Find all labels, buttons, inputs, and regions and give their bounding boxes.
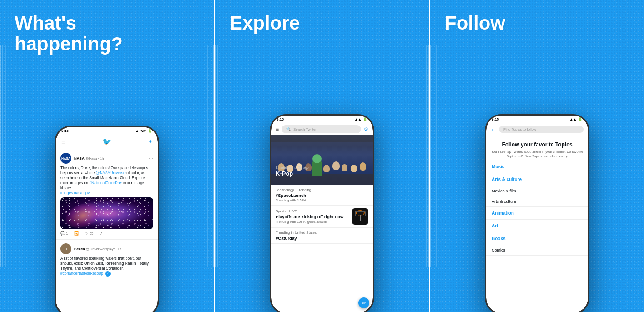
back-arrow-icon[interactable]: ← xyxy=(491,126,496,133)
glitch-left-3 xyxy=(430,45,444,267)
tweet-becca-meta: Becca @CleverWordplayr · 1h xyxy=(74,247,146,251)
panel-heading-explore: Explore xyxy=(230,13,300,34)
like-count: 55 xyxy=(89,231,93,236)
trending-cat-1: Technology · Trending xyxy=(276,188,368,192)
follow-search-input[interactable]: Find Topics to follow xyxy=(499,126,584,133)
status-bar-2: 9:15 ▲▲ 🔋 xyxy=(271,116,373,123)
trending-tag-3: #Caturday xyxy=(276,236,368,241)
pen-icon: ✏ xyxy=(362,300,366,306)
topic-animation[interactable]: Animation xyxy=(486,207,588,220)
twitter-header-1: ≡ 🐦 ✦ xyxy=(56,135,158,149)
topic-animation-label: Animation xyxy=(492,211,583,216)
nasa-tweet-actions: 💬 1 🔁 ♡ 55 ↗ xyxy=(60,231,153,236)
phone-screen-1: 9:15 ▲ wifi 🔋 ≡ 🐦 ✦ NASA NASA xyxy=(56,127,158,312)
topic-art[interactable]: Art xyxy=(486,220,588,232)
status-icons-1: ▲ wifi 🔋 xyxy=(136,129,152,133)
status-icons-3: ▲▲ 🔋 xyxy=(569,117,583,121)
hamburger-icon[interactable]: ≡ xyxy=(61,138,65,146)
status-icons-2: ▲▲ 🔋 xyxy=(354,117,367,121)
explore-header: ≡ 🔍 Search Twitter ⚙ xyxy=(271,123,373,135)
topic-arts-label: Arts & culture xyxy=(492,177,583,182)
reply-count: 1 xyxy=(66,231,68,236)
kpop-banner-label: Entertainment · 5m ago K-Pop xyxy=(276,166,309,177)
follow-search-header: ← Find Topics to follow xyxy=(486,123,588,136)
settings-icon[interactable]: ⚙ xyxy=(364,126,368,132)
reply-icon: 💬 xyxy=(60,231,65,236)
banner-category: Entertainment · 5m ago xyxy=(276,166,309,169)
trending-sub-2: Trending with Los Angeles, Miami xyxy=(276,220,349,224)
topic-arts-culture[interactable]: Arts & culture xyxy=(486,173,588,186)
glitch-left-2 xyxy=(215,45,229,267)
tweet-nasa-header: NASA NASA @Nasa · 1h ⋯ xyxy=(60,153,153,164)
basketball-image xyxy=(352,208,368,225)
nasa-avatar: NASA xyxy=(60,153,71,164)
explore-search-bar[interactable]: 🔍 Search Twitter xyxy=(282,125,361,133)
nasa-handle: @Nasa xyxy=(86,156,97,161)
status-bar-3: 9:15 ▲▲ 🔋 xyxy=(486,116,588,123)
panel-whats-happening: What's happening? 9:15 ▲ wifi 🔋 ≡ 🐦 ✦ xyxy=(0,0,214,312)
search-icon: 🔍 xyxy=(286,127,291,131)
becca-tweet-text: A list of flavored sparkling waters that… xyxy=(60,256,153,277)
phone-mockup-1: 9:15 ▲ wifi 🔋 ≡ 🐦 ✦ NASA NASA xyxy=(55,126,159,312)
tweet-becca: B Becca @CleverWordplayr · 1h ⋯ A list o… xyxy=(56,240,158,282)
trending-item-3[interactable]: Trending in United States #Caturday xyxy=(271,228,373,244)
retweet-action[interactable]: 🔁 xyxy=(74,231,79,236)
compose-fab[interactable]: ✏ xyxy=(358,297,369,308)
share-action[interactable]: ↗ xyxy=(100,231,103,236)
hoop-visual xyxy=(352,208,368,225)
status-bar-1: 9:15 ▲ wifi 🔋 xyxy=(56,127,158,135)
trending-tag-1: #SpaceLaunch xyxy=(276,193,368,198)
status-time-1: 9:15 xyxy=(61,129,69,133)
share-icon: ↗ xyxy=(100,231,103,236)
topic-music[interactable]: Music xyxy=(486,161,588,173)
nasa-link-universe[interactable]: @NASAUniverse xyxy=(96,171,126,175)
trending-item-1[interactable]: Technology · Trending #SpaceLaunch Trend… xyxy=(271,185,373,206)
glitch-right-decoration xyxy=(200,45,214,267)
topic-movies-film[interactable]: Movies & film xyxy=(486,186,588,196)
trending-item-2[interactable]: Sports · LIVE Playoffs are kicking off r… xyxy=(271,206,373,228)
retweet-icon: 🔁 xyxy=(74,231,79,236)
topic-books[interactable]: Books xyxy=(486,232,588,245)
nasa-tweet-text: The colors, Duke, the colors! Our space … xyxy=(60,166,153,196)
topic-comics[interactable]: Comics xyxy=(486,245,588,256)
trending-tag-2: Playoffs are kicking off right now xyxy=(276,214,349,219)
panel-explore: Explore 9:15 ▲▲ 🔋 ≡ 🔍 Search Twitter ⚙ xyxy=(214,0,429,312)
phone-screen-2: 9:15 ▲▲ 🔋 ≡ 🔍 Search Twitter ⚙ xyxy=(271,116,373,312)
search-text: Search Twitter xyxy=(293,127,317,131)
panel-follow: Follow 9:15 ▲▲ 🔋 ← Find Topics to follow… xyxy=(429,0,644,312)
nasa-images-link[interactable]: images.nasa.gov xyxy=(60,191,90,195)
nasa-hashtag-color-day[interactable]: #NationalColorDay xyxy=(89,181,121,185)
topic-art-label: Art xyxy=(492,223,583,228)
nasa-space-image xyxy=(60,197,153,229)
trending-cat-2: Sports · LIVE xyxy=(276,209,349,213)
panel-heading-follow: Follow xyxy=(445,13,505,34)
tweet-nasa: NASA NASA @Nasa · 1h ⋯ The colors, Duke,… xyxy=(56,149,158,240)
like-action[interactable]: ♡ 55 xyxy=(85,231,93,236)
topic-arts-sub[interactable]: Arts & culture xyxy=(486,196,588,207)
signal-icon-3: ▲▲ xyxy=(569,117,577,121)
follow-main-title: Follow your favorite Topics xyxy=(491,141,584,148)
signal-icon: ▲ xyxy=(136,129,139,133)
becca-hashtag[interactable]: #coriandertasteslikesoap xyxy=(60,271,103,276)
heart-icon: ♡ xyxy=(85,231,88,236)
status-time-3: 9:15 xyxy=(492,117,499,121)
kpop-banner[interactable]: Entertainment · 5m ago K-Pop xyxy=(271,135,373,185)
becca-avatar: B xyxy=(60,243,71,254)
becca-tweet-dots[interactable]: ⋯ xyxy=(149,247,153,252)
battery-icon-2: 🔋 xyxy=(363,117,367,121)
crowd-background xyxy=(271,135,373,185)
panel-heading: What's happening? xyxy=(15,13,123,55)
trending-sub-1: Trending with NASA xyxy=(276,198,368,202)
reply-action[interactable]: 💬 1 xyxy=(60,231,68,236)
nebula-shape xyxy=(62,199,104,229)
phone-mockup-3: 9:15 ▲▲ 🔋 ← Find Topics to follow Follow… xyxy=(485,114,589,312)
wifi-icon: wifi xyxy=(141,129,146,133)
explore-menu-icon[interactable]: ≡ xyxy=(276,126,279,132)
tweet-becca-header: B Becca @CleverWordplayr · 1h ⋯ xyxy=(60,243,153,254)
twitter-logo: 🐦 xyxy=(102,137,111,146)
phone-mockup-2: 9:15 ▲▲ 🔋 ≡ 🔍 Search Twitter ⚙ xyxy=(270,114,374,312)
sparkle-icon[interactable]: ✦ xyxy=(148,139,152,145)
follow-title-section: Follow your favorite Topics You'll see t… xyxy=(486,136,588,161)
tweet-dots[interactable]: ⋯ xyxy=(149,156,153,161)
nasa-author: NASA xyxy=(74,156,85,161)
